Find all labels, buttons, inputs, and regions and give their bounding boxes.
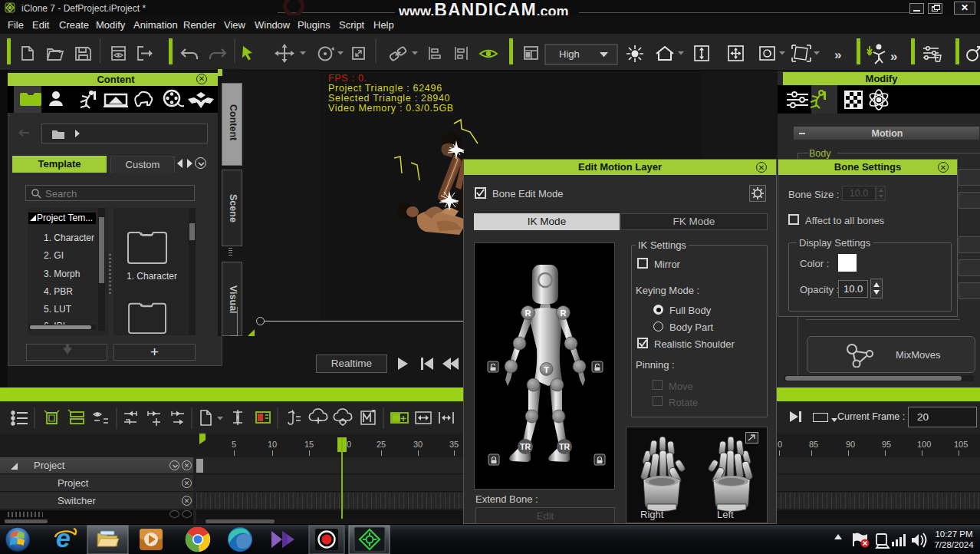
- svg-text:»: »: [834, 48, 841, 62]
- svg-text:»: »: [890, 49, 897, 64]
- svg-text:R: R: [561, 308, 567, 318]
- svg-text:T: T: [544, 365, 549, 374]
- svg-text:e: e: [56, 525, 71, 552]
- svg-text:TR: TR: [520, 442, 531, 451]
- svg-text:TR: TR: [559, 442, 570, 451]
- svg-text:High: High: [559, 48, 580, 60]
- svg-text:R: R: [525, 308, 531, 318]
